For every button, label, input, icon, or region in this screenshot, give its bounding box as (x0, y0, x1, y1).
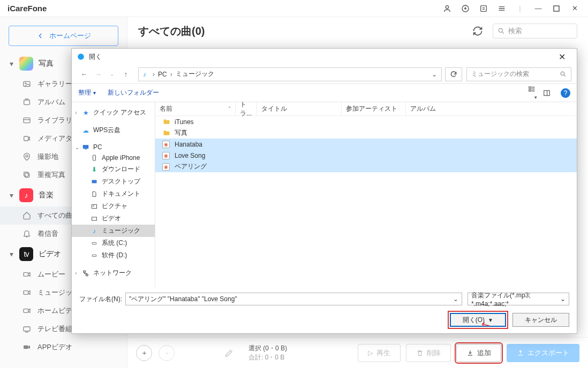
tree-label: ビデオ (102, 214, 121, 223)
refresh-button[interactable] (470, 24, 485, 39)
sidebar-item-label: アルバム (37, 97, 65, 107)
col-track[interactable]: トラ... (236, 102, 257, 116)
svg-point-28 (93, 205, 94, 206)
file-columns[interactable]: 名前˄ トラ... タイトル 参加アーティスト アルバム (155, 102, 577, 116)
svg-rect-3 (554, 6, 559, 11)
tree-node[interactable]: ビデオ (72, 212, 155, 225)
tree-node[interactable]: ⬇ダウンロード (72, 163, 155, 175)
star-icon: ★ (81, 109, 90, 117)
file-list[interactable]: iTunes写真◉Hanataba◉Love Song◉ペアリング (155, 116, 577, 287)
file-type-filter[interactable]: 音楽ファイル(*.mp3; *.m4a;*.aac;* ⌄ (468, 293, 569, 305)
tree-node[interactable]: ♪ミュージック (72, 225, 155, 237)
nav-back-button[interactable]: ← (77, 70, 91, 78)
file-open-dialog: 開く ✕ ← → ⌄ ↑ ♪ › PC › ミュージック ⌄ ミュージックの検索… (71, 48, 577, 334)
dialog-navbar: ← → ⌄ ↑ ♪ › PC › ミュージック ⌄ ミュージックの検索 (72, 65, 577, 84)
file-row[interactable]: 写真 (155, 127, 577, 139)
folder-tree[interactable]: ›★クイック アクセス☁WPS云盘⌄PCApple iPhone⬇ダウンロードデ… (72, 102, 155, 287)
preview-pane-button[interactable] (542, 89, 557, 97)
nav-forward-button[interactable]: → (91, 70, 105, 78)
close-icon[interactable]: ✕ (566, 0, 584, 17)
delete-button[interactable]: 削除 (406, 344, 451, 362)
maximize-icon[interactable] (547, 0, 566, 17)
add-button[interactable]: 追加 (456, 344, 501, 362)
location-icon (22, 152, 34, 161)
nav-recent-button[interactable]: ⌄ (105, 71, 119, 77)
help-button[interactable]: ? (561, 88, 570, 98)
dialog-search[interactable]: ミュージックの検索 (466, 67, 571, 81)
tv-icon (22, 325, 34, 333)
dialog-titlebar: 開く ✕ (72, 49, 577, 65)
tree-node[interactable]: ⌄PC (72, 142, 155, 152)
tree-node[interactable]: デスクトップ (72, 175, 155, 188)
expand-icon[interactable]: › (75, 110, 81, 116)
organize-button[interactable]: 整理▾ (78, 88, 96, 97)
tree-node[interactable]: ドキュメント (72, 188, 155, 200)
tree-node[interactable]: 系统 (C:) (72, 237, 155, 249)
file-name: ペアリング (175, 162, 207, 171)
tree-node[interactable]: ☁WPS云盘 (72, 124, 155, 136)
export-label: エクスポート (527, 348, 569, 358)
camera-icon (22, 306, 34, 315)
tree-node[interactable]: ›ネットワーク (72, 267, 155, 279)
col-title[interactable]: タイトル (257, 102, 342, 116)
download-icon (466, 349, 474, 357)
file-row[interactable]: ◉Hanataba (155, 139, 577, 150)
photos-badge-icon (19, 57, 33, 71)
dialog-close-button[interactable]: ✕ (551, 52, 572, 62)
divider: | (511, 0, 529, 17)
camera-icon (22, 288, 34, 297)
transfer-icon[interactable] (474, 0, 493, 17)
cancel-button[interactable]: キャンセル (512, 313, 569, 327)
picture-icon (90, 203, 99, 210)
nav-reload-button[interactable] (445, 67, 462, 81)
chevron-down-icon: ▾ (10, 191, 16, 200)
app-title: iCareFone (4, 4, 47, 13)
add-circle-button[interactable]: ＋ (136, 345, 152, 361)
tree-node[interactable]: 软件 (D:) (72, 249, 155, 262)
tree-label: クイック アクセス (93, 108, 146, 117)
address-bar[interactable]: ♪ › PC › ミュージック ⌄ (138, 67, 442, 81)
camera-solid-icon (22, 343, 34, 351)
tree-node[interactable]: Apple iPhone (72, 152, 155, 163)
download-circle-icon[interactable] (456, 0, 474, 17)
user-icon[interactable] (438, 0, 456, 17)
nav-up-button[interactable]: ↑ (119, 70, 133, 78)
video-icon (90, 216, 99, 222)
addr-dropdown-icon[interactable]: ⌄ (432, 71, 437, 78)
col-name[interactable]: 名前˄ (155, 102, 236, 116)
expand-icon[interactable]: ⌄ (75, 144, 81, 150)
view-mode-button[interactable]: ▾ (527, 86, 542, 101)
export-button[interactable]: エクスポート (507, 344, 579, 362)
phone-icon (90, 154, 99, 162)
tree-label: 系统 (C:) (102, 239, 127, 248)
menu-icon[interactable] (493, 0, 511, 17)
home-button[interactable]: ホームページ (9, 26, 118, 46)
sidebar-item-label: APPビデオ (37, 342, 72, 352)
tree-node[interactable]: ピクチャ (72, 200, 155, 212)
video-badge-icon: tv (19, 247, 33, 261)
remove-circle-button[interactable]: － (159, 345, 175, 361)
col-album[interactable]: アルバム (406, 102, 577, 116)
open-button[interactable]: 開く(O)▼ (450, 313, 506, 327)
sidebar-item-label: すべての曲 (37, 211, 72, 220)
network-icon (81, 270, 90, 277)
sidebar-item[interactable]: APPビデオ (0, 338, 127, 356)
file-row[interactable]: ◉Love Song (155, 150, 577, 161)
minimize-icon[interactable]: — (529, 0, 547, 17)
expand-icon[interactable]: › (75, 270, 81, 276)
svg-rect-12 (24, 273, 28, 277)
svg-rect-20 (529, 87, 531, 88)
new-folder-button[interactable]: 新しいフォルダー (108, 88, 159, 97)
col-artist[interactable]: 参加アーティスト (342, 102, 406, 116)
filename-value: "ペアリング" "Hanataba" "Love Song" (129, 295, 237, 304)
content-search[interactable]: 検索 (493, 24, 577, 39)
play-button[interactable]: ▷再生 (358, 344, 401, 362)
tree-label: デスクトップ (102, 177, 140, 186)
file-row[interactable]: iTunes (155, 116, 577, 127)
filename-input[interactable]: "ペアリング" "Hanataba" "Love Song" ⌄ (125, 293, 462, 305)
file-row[interactable]: ◉ペアリング (155, 161, 577, 172)
tree-node[interactable]: ›★クイック アクセス (72, 106, 155, 119)
library-icon (22, 116, 34, 125)
filename-dropdown-icon[interactable]: ⌄ (453, 295, 458, 303)
trash-icon (416, 349, 424, 357)
